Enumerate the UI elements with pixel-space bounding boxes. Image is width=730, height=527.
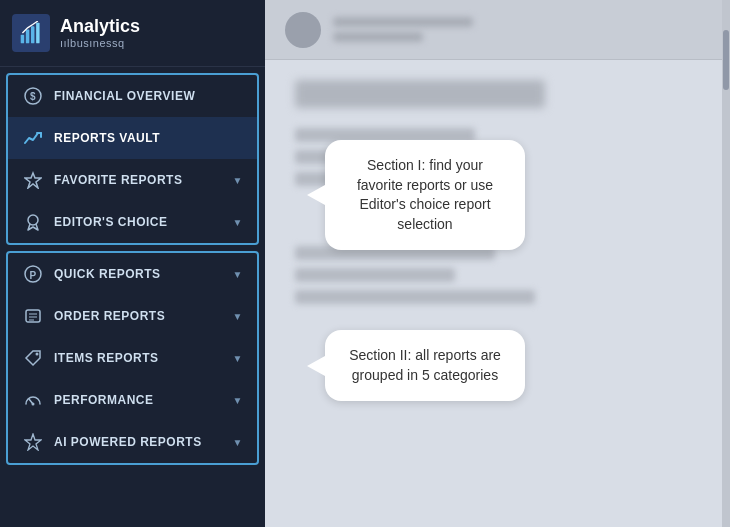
scroll-thumb[interactable]	[723, 30, 729, 90]
app-sub: ıılbusınessq	[60, 37, 140, 49]
chevron-down-icon: ▼	[233, 437, 243, 448]
badge-icon	[22, 211, 44, 233]
sidebar-title-block: Analytics ıılbusınessq	[60, 17, 140, 49]
sidebar-item-label: ITEMS REPORTS	[54, 351, 229, 365]
sidebar-scroll[interactable]: $ FINANCIAL OVERVIEW REPORTS VAULT	[0, 67, 265, 527]
chevron-down-icon: ▼	[233, 175, 243, 186]
sidebar: Analytics ıılbusınessq $ FINANCIAL OVERV…	[0, 0, 265, 527]
sidebar-item-label: QUICK REPORTS	[54, 267, 229, 281]
svg-marker-17	[25, 434, 41, 450]
main-body: Section I: find your favorite reports or…	[265, 60, 730, 520]
sidebar-item-favorite-reports[interactable]: FAVORITE REPORTS ▼	[8, 159, 257, 201]
sidebar-item-reports-vault[interactable]: REPORTS VAULT	[8, 117, 257, 159]
svg-rect-3	[36, 23, 39, 44]
sidebar-item-order-reports[interactable]: ORDER REPORTS ▼	[8, 295, 257, 337]
sidebar-item-ai-powered-reports[interactable]: AI POWERED REPORTS ▼	[8, 421, 257, 463]
sidebar-item-quick-reports[interactable]: P QUICK REPORTS ▼	[8, 253, 257, 295]
app-name: Analytics	[60, 17, 140, 37]
svg-text:P: P	[29, 270, 36, 281]
chevron-down-icon: ▼	[233, 395, 243, 406]
app-logo-icon	[12, 14, 50, 52]
callout-section-1: Section I: find your favorite reports or…	[325, 140, 525, 250]
sidebar-header: Analytics ıılbusınessq	[0, 0, 265, 67]
user-role-blur	[333, 32, 423, 42]
sidebar-item-label: ORDER REPORTS	[54, 309, 229, 323]
ai-icon	[22, 431, 44, 453]
sidebar-item-items-reports[interactable]: ITEMS REPORTS ▼	[8, 337, 257, 379]
user-info-blur	[333, 17, 473, 42]
svg-rect-0	[21, 35, 24, 44]
trend-up-icon	[22, 127, 44, 149]
svg-point-7	[28, 215, 38, 225]
chevron-down-icon: ▼	[233, 311, 243, 322]
main-content: Section I: find your favorite reports or…	[265, 0, 730, 527]
sidebar-item-editors-choice[interactable]: EDITOR'S CHOICE ▼	[8, 201, 257, 243]
sidebar-item-label: REPORTS VAULT	[54, 131, 243, 145]
star-icon	[22, 169, 44, 191]
sidebar-item-label: PERFORMANCE	[54, 393, 229, 407]
scrollbar[interactable]	[722, 0, 730, 527]
user-name-blur	[333, 17, 473, 27]
user-avatar	[285, 12, 321, 48]
callout-1-text: Section I: find your favorite reports or…	[357, 157, 493, 232]
sidebar-item-label: FAVORITE REPORTS	[54, 173, 229, 187]
chevron-down-icon: ▼	[233, 353, 243, 364]
callout-section-2: Section II: all reports are grouped in 5…	[325, 330, 525, 401]
sidebar-item-label: AI POWERED REPORTS	[54, 435, 229, 449]
chevron-down-icon: ▼	[233, 217, 243, 228]
sidebar-item-financial-overview[interactable]: $ FINANCIAL OVERVIEW	[8, 75, 257, 117]
svg-rect-2	[31, 26, 34, 43]
page-title-blur	[295, 80, 545, 108]
list-icon	[22, 305, 44, 327]
sidebar-item-performance[interactable]: PERFORMANCE ▼	[8, 379, 257, 421]
svg-point-14	[36, 353, 39, 356]
content-row-blur	[295, 268, 455, 282]
gauge-icon	[22, 389, 44, 411]
svg-point-16	[32, 403, 35, 406]
tag-icon	[22, 347, 44, 369]
svg-rect-1	[26, 30, 29, 44]
callout-2-text: Section II: all reports are grouped in 5…	[349, 347, 501, 383]
svg-text:$: $	[30, 91, 36, 102]
svg-marker-6	[25, 173, 41, 188]
circle-p-icon: P	[22, 263, 44, 285]
dollar-circle-icon: $	[22, 85, 44, 107]
chevron-down-icon: ▼	[233, 269, 243, 280]
content-row-blur	[295, 290, 535, 304]
sidebar-section-1: $ FINANCIAL OVERVIEW REPORTS VAULT	[6, 73, 259, 245]
sidebar-item-label: FINANCIAL OVERVIEW	[54, 89, 243, 103]
sidebar-item-label: EDITOR'S CHOICE	[54, 215, 229, 229]
sidebar-section-2: P QUICK REPORTS ▼ ORDER REPORTS ▼	[6, 251, 259, 465]
main-header	[265, 0, 730, 60]
